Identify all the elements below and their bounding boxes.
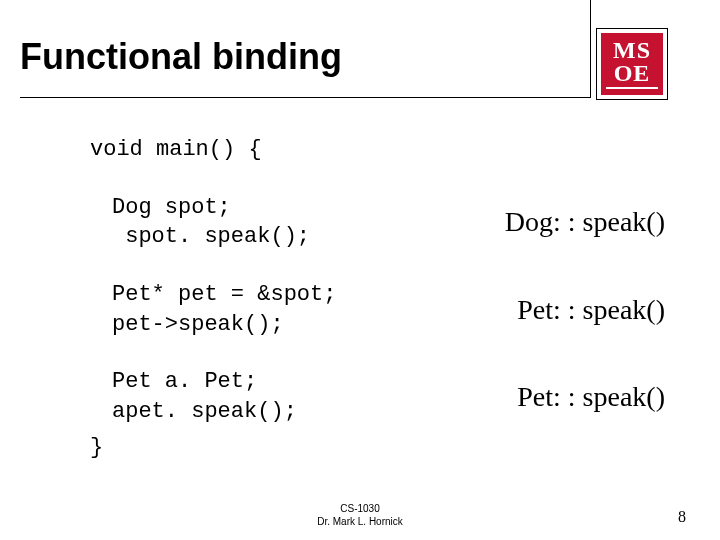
code-block-3: Pet a. Pet; apet. speak(); Pet: : speak(… [80,367,665,426]
slide-body: void main() { Dog spot; spot. speak(); D… [80,135,680,463]
logo-bg: MS OE [601,33,663,95]
title-bar: Functional binding MS OE [20,28,700,98]
footer-author: Dr. Mark L. Hornick [317,516,403,529]
logo-line2: OE [606,62,658,85]
title-underline [20,97,590,98]
code-block-1: Dog spot; spot. speak(); Dog: : speak() [80,193,665,252]
code-b2-l1: Pet* pet = &spot; [112,280,336,310]
code-close: } [90,433,680,463]
logo-line1: MS [606,39,658,62]
slide-title: Functional binding [20,36,342,78]
code-signature: void main() { [90,135,680,165]
code-b2-l2: pet->speak(); [112,310,336,340]
code-b3-l1: Pet a. Pet; [112,367,297,397]
code-b3-l2: apet. speak(); [112,397,297,427]
annotation-1: Dog: : speak() [505,206,665,238]
logo-text: MS OE [606,39,658,89]
code-b1-l2: spot. speak(); [112,222,310,252]
footer-course: CS-1030 [317,503,403,516]
annotation-2: Pet: : speak() [517,294,665,326]
footer: CS-1030 Dr. Mark L. Hornick [0,503,720,528]
code-b1-l1: Dog spot; [112,193,310,223]
logo: MS OE [596,28,668,100]
logo-underline [606,87,658,89]
page-number: 8 [678,508,686,526]
code-block-2: Pet* pet = &spot; pet->speak(); Pet: : s… [80,280,665,339]
annotation-3: Pet: : speak() [517,381,665,413]
